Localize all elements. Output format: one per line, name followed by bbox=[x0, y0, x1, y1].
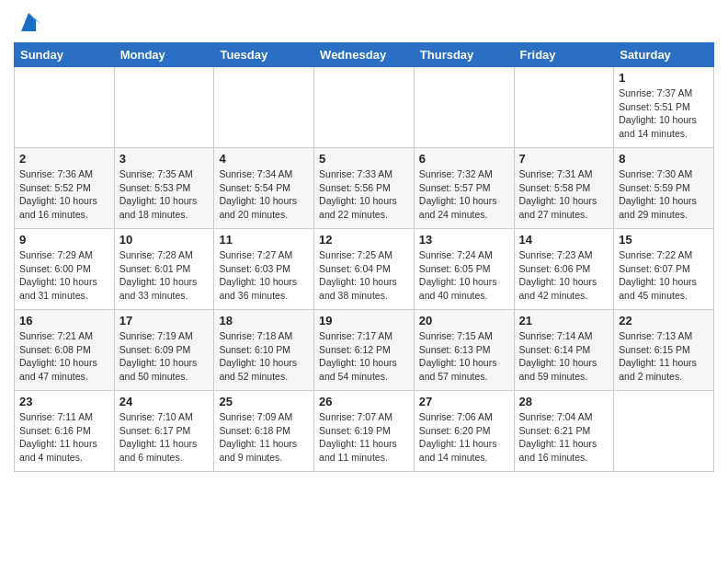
day-number: 25 bbox=[219, 395, 309, 408]
day-number: 8 bbox=[619, 152, 709, 166]
day-number: 1 bbox=[619, 71, 709, 85]
day-info: Sunrise: 7:07 AM Sunset: 6:19 PM Dayligh… bbox=[319, 410, 409, 465]
day-number: 6 bbox=[419, 152, 509, 166]
calendar-cell: 2Sunrise: 7:36 AM Sunset: 5:52 PM Daylig… bbox=[15, 148, 115, 229]
calendar-cell: 11Sunrise: 7:27 AM Sunset: 6:03 PM Dayli… bbox=[214, 229, 314, 310]
weekday-header-thursday: Thursday bbox=[414, 43, 514, 67]
day-number: 10 bbox=[119, 233, 210, 247]
calendar-cell: 5Sunrise: 7:33 AM Sunset: 5:56 PM Daylig… bbox=[314, 148, 415, 229]
day-info: Sunrise: 7:27 AM Sunset: 6:03 PM Dayligh… bbox=[219, 248, 309, 303]
weekday-header-row: SundayMondayTuesdayWednesdayThursdayFrid… bbox=[15, 43, 714, 67]
calendar-week-row: 16Sunrise: 7:21 AM Sunset: 6:08 PM Dayli… bbox=[15, 310, 714, 391]
calendar-cell: 6Sunrise: 7:32 AM Sunset: 5:57 PM Daylig… bbox=[414, 148, 514, 229]
svg-marker-0 bbox=[21, 13, 36, 31]
calendar-table: SundayMondayTuesdayWednesdayThursdayFrid… bbox=[14, 42, 714, 472]
day-info: Sunrise: 7:14 AM Sunset: 6:14 PM Dayligh… bbox=[519, 329, 609, 384]
day-number: 11 bbox=[219, 233, 309, 247]
day-number: 28 bbox=[519, 395, 609, 408]
day-info: Sunrise: 7:17 AM Sunset: 6:12 PM Dayligh… bbox=[319, 329, 409, 384]
header bbox=[14, 9, 714, 37]
day-info: Sunrise: 7:19 AM Sunset: 6:09 PM Dayligh… bbox=[119, 329, 210, 384]
weekday-header-friday: Friday bbox=[514, 43, 614, 67]
day-info: Sunrise: 7:28 AM Sunset: 6:01 PM Dayligh… bbox=[119, 248, 210, 303]
calendar-cell bbox=[15, 67, 115, 148]
day-number: 19 bbox=[319, 314, 409, 327]
calendar-cell: 15Sunrise: 7:22 AM Sunset: 6:07 PM Dayli… bbox=[614, 229, 714, 310]
day-number: 21 bbox=[519, 314, 609, 327]
day-number: 9 bbox=[19, 233, 109, 247]
calendar-cell: 19Sunrise: 7:17 AM Sunset: 6:12 PM Dayli… bbox=[314, 310, 415, 391]
calendar-week-row: 9Sunrise: 7:29 AM Sunset: 6:00 PM Daylig… bbox=[15, 229, 714, 310]
day-number: 13 bbox=[419, 233, 509, 247]
day-number: 22 bbox=[619, 314, 709, 327]
day-info: Sunrise: 7:33 AM Sunset: 5:56 PM Dayligh… bbox=[319, 167, 409, 222]
day-info: Sunrise: 7:22 AM Sunset: 6:07 PM Dayligh… bbox=[619, 248, 709, 303]
calendar-cell: 26Sunrise: 7:07 AM Sunset: 6:19 PM Dayli… bbox=[314, 391, 415, 472]
logo-icon bbox=[16, 11, 41, 37]
day-info: Sunrise: 7:32 AM Sunset: 5:57 PM Dayligh… bbox=[419, 167, 509, 222]
calendar-week-row: 23Sunrise: 7:11 AM Sunset: 6:16 PM Dayli… bbox=[15, 391, 714, 472]
day-info: Sunrise: 7:35 AM Sunset: 5:53 PM Dayligh… bbox=[119, 167, 210, 222]
weekday-header-monday: Monday bbox=[114, 43, 214, 67]
day-number: 18 bbox=[219, 314, 309, 327]
day-info: Sunrise: 7:34 AM Sunset: 5:54 PM Dayligh… bbox=[219, 167, 309, 222]
day-number: 16 bbox=[19, 314, 109, 327]
calendar-cell: 13Sunrise: 7:24 AM Sunset: 6:05 PM Dayli… bbox=[414, 229, 514, 310]
calendar-cell: 3Sunrise: 7:35 AM Sunset: 5:53 PM Daylig… bbox=[114, 148, 214, 229]
day-info: Sunrise: 7:25 AM Sunset: 6:04 PM Dayligh… bbox=[319, 248, 409, 303]
calendar-cell: 9Sunrise: 7:29 AM Sunset: 6:00 PM Daylig… bbox=[15, 229, 115, 310]
day-number: 7 bbox=[519, 152, 609, 166]
calendar-cell: 20Sunrise: 7:15 AM Sunset: 6:13 PM Dayli… bbox=[414, 310, 514, 391]
calendar-cell: 14Sunrise: 7:23 AM Sunset: 6:06 PM Dayli… bbox=[514, 229, 614, 310]
day-info: Sunrise: 7:15 AM Sunset: 6:13 PM Dayligh… bbox=[419, 329, 509, 384]
logo bbox=[14, 15, 41, 37]
calendar-cell: 8Sunrise: 7:30 AM Sunset: 5:59 PM Daylig… bbox=[614, 148, 714, 229]
day-number: 5 bbox=[319, 152, 409, 166]
day-info: Sunrise: 7:30 AM Sunset: 5:59 PM Dayligh… bbox=[619, 167, 709, 222]
day-info: Sunrise: 7:29 AM Sunset: 6:00 PM Dayligh… bbox=[19, 248, 109, 303]
day-number: 23 bbox=[19, 395, 109, 408]
calendar-cell: 7Sunrise: 7:31 AM Sunset: 5:58 PM Daylig… bbox=[514, 148, 614, 229]
day-info: Sunrise: 7:11 AM Sunset: 6:16 PM Dayligh… bbox=[19, 410, 109, 465]
day-number: 20 bbox=[419, 314, 509, 327]
day-number: 3 bbox=[119, 152, 210, 166]
calendar-cell: 28Sunrise: 7:04 AM Sunset: 6:21 PM Dayli… bbox=[514, 391, 614, 472]
day-info: Sunrise: 7:37 AM Sunset: 5:51 PM Dayligh… bbox=[619, 86, 709, 141]
day-number: 2 bbox=[19, 152, 109, 166]
calendar-cell bbox=[114, 67, 214, 148]
day-number: 27 bbox=[419, 395, 509, 408]
weekday-header-saturday: Saturday bbox=[614, 43, 714, 67]
day-info: Sunrise: 7:21 AM Sunset: 6:08 PM Dayligh… bbox=[19, 329, 109, 384]
calendar-cell: 18Sunrise: 7:18 AM Sunset: 6:10 PM Dayli… bbox=[214, 310, 314, 391]
calendar-cell bbox=[414, 67, 514, 148]
day-info: Sunrise: 7:36 AM Sunset: 5:52 PM Dayligh… bbox=[19, 167, 109, 222]
page: SundayMondayTuesdayWednesdayThursdayFrid… bbox=[0, 0, 728, 481]
calendar-cell: 4Sunrise: 7:34 AM Sunset: 5:54 PM Daylig… bbox=[214, 148, 314, 229]
day-info: Sunrise: 7:09 AM Sunset: 6:18 PM Dayligh… bbox=[219, 410, 309, 465]
calendar-cell: 12Sunrise: 7:25 AM Sunset: 6:04 PM Dayli… bbox=[314, 229, 415, 310]
day-info: Sunrise: 7:18 AM Sunset: 6:10 PM Dayligh… bbox=[219, 329, 309, 384]
day-number: 14 bbox=[519, 233, 609, 247]
calendar-cell: 17Sunrise: 7:19 AM Sunset: 6:09 PM Dayli… bbox=[114, 310, 214, 391]
calendar-cell: 22Sunrise: 7:13 AM Sunset: 6:15 PM Dayli… bbox=[614, 310, 714, 391]
calendar-cell: 24Sunrise: 7:10 AM Sunset: 6:17 PM Dayli… bbox=[114, 391, 214, 472]
calendar-week-row: 1Sunrise: 7:37 AM Sunset: 5:51 PM Daylig… bbox=[15, 67, 714, 148]
calendar-cell bbox=[214, 67, 314, 148]
day-number: 4 bbox=[219, 152, 309, 166]
day-info: Sunrise: 7:31 AM Sunset: 5:58 PM Dayligh… bbox=[519, 167, 609, 222]
calendar-week-row: 2Sunrise: 7:36 AM Sunset: 5:52 PM Daylig… bbox=[15, 148, 714, 229]
calendar-cell: 23Sunrise: 7:11 AM Sunset: 6:16 PM Dayli… bbox=[15, 391, 115, 472]
day-info: Sunrise: 7:24 AM Sunset: 6:05 PM Dayligh… bbox=[419, 248, 509, 303]
weekday-header-sunday: Sunday bbox=[15, 43, 115, 67]
day-info: Sunrise: 7:13 AM Sunset: 6:15 PM Dayligh… bbox=[619, 329, 709, 384]
day-number: 15 bbox=[619, 233, 709, 247]
calendar-cell: 25Sunrise: 7:09 AM Sunset: 6:18 PM Dayli… bbox=[214, 391, 314, 472]
weekday-header-tuesday: Tuesday bbox=[214, 43, 314, 67]
day-number: 17 bbox=[119, 314, 210, 327]
calendar-cell bbox=[514, 67, 614, 148]
calendar-cell bbox=[614, 391, 714, 472]
day-info: Sunrise: 7:23 AM Sunset: 6:06 PM Dayligh… bbox=[519, 248, 609, 303]
day-info: Sunrise: 7:04 AM Sunset: 6:21 PM Dayligh… bbox=[519, 410, 609, 465]
day-number: 12 bbox=[319, 233, 409, 247]
calendar-cell: 10Sunrise: 7:28 AM Sunset: 6:01 PM Dayli… bbox=[114, 229, 214, 310]
